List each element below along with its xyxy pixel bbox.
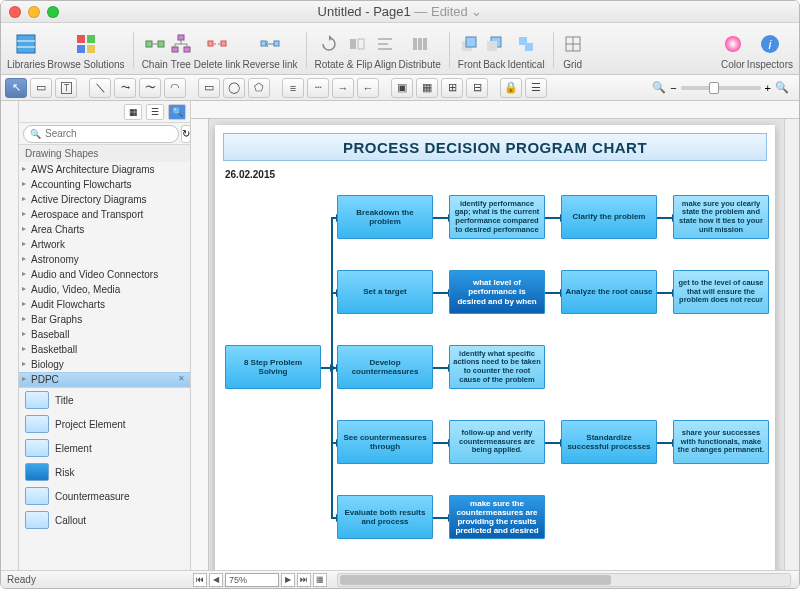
lib-item[interactable]: Astronomy	[19, 252, 190, 267]
grid-view-button[interactable]: ▦	[124, 104, 142, 120]
panel-handle[interactable]	[1, 101, 19, 570]
lib-item[interactable]: Audio, Video, Media	[19, 282, 190, 297]
chart-node[interactable]: follow-up and verify countermeasures are…	[449, 420, 545, 464]
minus-icon[interactable]: −	[670, 82, 676, 94]
delete-link-button[interactable]: Delete link	[194, 29, 241, 70]
magnify-plus-icon[interactable]: 🔍	[775, 81, 789, 94]
close-button[interactable]	[9, 6, 21, 18]
chain-button[interactable]: Chain	[142, 29, 168, 70]
horizontal-scrollbar[interactable]	[337, 573, 791, 587]
page-viewport[interactable]: PROCESS DECISION PROGRAM CHART 26.02.201…	[209, 119, 784, 570]
library-list[interactable]: Drawing Shapes AWS Architecture Diagrams…	[19, 145, 190, 570]
shape-item[interactable]: Risk	[19, 460, 190, 484]
lib-item[interactable]: Artwork	[19, 237, 190, 252]
chart-node[interactable]: Standardize successful processes	[561, 420, 657, 464]
page-grid-button[interactable]: ▦	[313, 573, 327, 587]
chart-node[interactable]: identify performance gap; what is the cu…	[449, 195, 545, 239]
fill-tool[interactable]: ▣	[391, 78, 413, 98]
lib-item[interactable]: Bar Graphs	[19, 312, 190, 327]
chart-node[interactable]: 8 Step Problem Solving	[225, 345, 321, 389]
lib-item[interactable]: Biology	[19, 357, 190, 372]
chart-node[interactable]: Set a target	[337, 270, 433, 314]
search-view-button[interactable]: 🔍	[168, 104, 186, 120]
connector-tool[interactable]: ⤳	[114, 78, 136, 98]
next-page-button[interactable]: ▶	[281, 573, 295, 587]
refresh-button[interactable]: ↻	[181, 125, 191, 143]
front-button[interactable]: Front	[458, 29, 481, 70]
group-tool[interactable]: ⊞	[441, 78, 463, 98]
first-page-button[interactable]: ⏮	[193, 573, 207, 587]
zoom-select[interactable]: 75%	[225, 573, 279, 587]
dash-tool[interactable]: ┄	[307, 78, 329, 98]
line-tool[interactable]: ＼	[89, 78, 111, 98]
list-view-button[interactable]: ☰	[146, 104, 164, 120]
chart-node[interactable]: Develop countermeasures	[337, 345, 433, 389]
chart-node[interactable]: make sure the countermeasures are provid…	[449, 495, 545, 539]
ellipse-tool[interactable]: ◯	[223, 78, 245, 98]
lib-item[interactable]: Baseball	[19, 327, 190, 342]
lib-item[interactable]: Aerospace and Transport	[19, 207, 190, 222]
chart-node[interactable]: Clarify the problem	[561, 195, 657, 239]
distribute-button[interactable]: Distribute	[399, 29, 441, 70]
lib-item[interactable]: Active Directory Diagrams	[19, 192, 190, 207]
lock-tool[interactable]: 🔒	[500, 78, 522, 98]
search-box[interactable]: 🔍	[23, 125, 179, 143]
chart-node[interactable]: Analyze the root cause	[561, 270, 657, 314]
shape-item[interactable]: Element	[19, 436, 190, 460]
zoom-slider[interactable]: 🔍 − + 🔍	[652, 81, 789, 94]
reverse-link-button[interactable]: Reverse link	[242, 29, 297, 70]
lib-item[interactable]: Basketball	[19, 342, 190, 357]
libraries-button[interactable]: Libraries	[7, 29, 45, 70]
last-page-button[interactable]: ⏭	[297, 573, 311, 587]
plus-icon[interactable]: +	[765, 82, 771, 94]
lib-item[interactable]: AWS Architecture Diagrams	[19, 162, 190, 177]
shape-item[interactable]: Project Element	[19, 412, 190, 436]
chart-title[interactable]: PROCESS DECISION PROGRAM CHART	[223, 133, 767, 161]
lib-item[interactable]: Audio and Video Connectors	[19, 267, 190, 282]
shape-item[interactable]: Countermeasure	[19, 484, 190, 508]
vertical-scrollbar[interactable]	[784, 119, 799, 570]
shape-item[interactable]: Callout	[19, 508, 190, 532]
magnify-minus-icon[interactable]: 🔍	[652, 81, 666, 94]
lib-item[interactable]: Audit Flowcharts	[19, 297, 190, 312]
zoom-thumb[interactable]	[709, 82, 719, 94]
arrow-end-tool[interactable]: →	[332, 78, 354, 98]
search-input[interactable]	[45, 128, 172, 139]
inspectors-button[interactable]: i Inspectors	[747, 29, 793, 70]
grid-button[interactable]: Grid	[562, 29, 584, 70]
prev-page-button[interactable]: ◀	[209, 573, 223, 587]
rotate-flip-button[interactable]: Rotate & Flip	[315, 29, 373, 70]
lib-item[interactable]: Area Charts	[19, 222, 190, 237]
select-tool[interactable]: ▭	[30, 78, 52, 98]
curve-tool[interactable]: 〜	[139, 78, 161, 98]
arrow-start-tool[interactable]: ←	[357, 78, 379, 98]
chart-node[interactable]: See countermeasures through	[337, 420, 433, 464]
layer-tool[interactable]: ☰	[525, 78, 547, 98]
shadow-tool[interactable]: ▦	[416, 78, 438, 98]
tree-button[interactable]: Tree	[170, 29, 192, 70]
zoom-track[interactable]	[681, 86, 761, 90]
minimize-button[interactable]	[28, 6, 40, 18]
shape-item[interactable]: Title	[19, 388, 190, 412]
page[interactable]: PROCESS DECISION PROGRAM CHART 26.02.201…	[215, 125, 775, 570]
browse-button[interactable]: Browse Solutions	[47, 29, 124, 70]
zoom-button[interactable]	[47, 6, 59, 18]
chart-date[interactable]: 26.02.2015	[225, 169, 275, 180]
lib-item-selected[interactable]: PDPC	[19, 372, 190, 387]
title-dropdown-icon[interactable]: ⌄	[471, 4, 482, 19]
chart-node[interactable]: identify what specific actions need to b…	[449, 345, 545, 389]
align-button[interactable]: Align	[374, 29, 396, 70]
chart-node[interactable]: what level of performance is desired and…	[449, 270, 545, 314]
ungroup-tool[interactable]: ⊟	[466, 78, 488, 98]
identical-button[interactable]: Identical	[507, 29, 544, 70]
line-style-tool[interactable]: ≡	[282, 78, 304, 98]
polygon-tool[interactable]: ⬠	[248, 78, 270, 98]
back-button[interactable]: Back	[483, 29, 505, 70]
pointer-tool[interactable]: ↖	[5, 78, 27, 98]
color-button[interactable]: Color	[721, 29, 745, 70]
chart-node[interactable]: Evaluate both results and process	[337, 495, 433, 539]
hscroll-thumb[interactable]	[340, 575, 611, 585]
lib-item[interactable]: Accounting Flowcharts	[19, 177, 190, 192]
chart-node[interactable]: share your successes with functionals, m…	[673, 420, 769, 464]
rect-tool[interactable]: ▭	[198, 78, 220, 98]
